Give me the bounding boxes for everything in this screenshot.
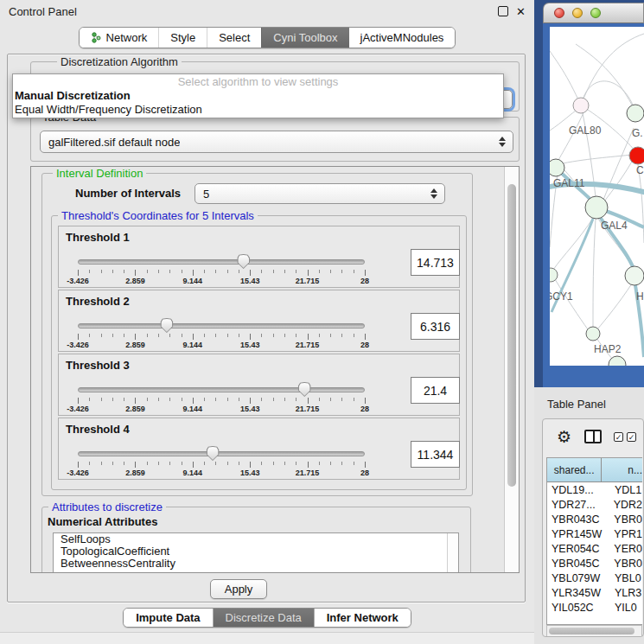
- network-edge[interactable]: [604, 156, 634, 201]
- tab-infer-network[interactable]: Infer Network: [314, 609, 411, 627]
- number-of-intervals-combobox[interactable]: 5: [194, 183, 445, 204]
- float-window-icon[interactable]: [498, 6, 508, 16]
- scrollbar-thumb[interactable]: [448, 533, 455, 570]
- split-columns-icon[interactable]: [584, 430, 602, 443]
- scrollbar-thumb[interactable]: [549, 628, 634, 634]
- network-edge[interactable]: [593, 219, 596, 327]
- table-cell[interactable]: YBL079W: [547, 571, 611, 585]
- tab-label: Cyni Toolbox: [273, 31, 337, 44]
- numerical-attributes-list[interactable]: SelfLoopsTopologicalCoefficientBetweenne…: [53, 532, 459, 573]
- table-row[interactable]: YPR145WYPR1: [547, 526, 642, 541]
- table-row[interactable]: YDR27...YDR2: [547, 497, 642, 512]
- threshold-value-field[interactable]: 14.713: [411, 249, 460, 276]
- threshold-value-field[interactable]: 6.316: [411, 313, 460, 340]
- minimize-traffic-light-icon[interactable]: [572, 8, 583, 18]
- tab-discretize-data[interactable]: Discretize Data: [213, 609, 314, 627]
- table-cell[interactable]: YDR2: [610, 497, 642, 512]
- tab-select[interactable]: Select: [207, 28, 261, 48]
- network-canvas[interactable]: GAL80G.CGAL11GAL4GCY1HHAP2: [550, 27, 644, 366]
- tab-impute-data[interactable]: Impute Data: [124, 609, 212, 627]
- table-cell[interactable]: YDR27...: [547, 497, 610, 512]
- threshold-slider[interactable]: [78, 255, 365, 269]
- table-cell[interactable]: YIL052C: [547, 600, 611, 615]
- threshold-slider[interactable]: [78, 447, 365, 461]
- tab-network[interactable]: Network: [80, 28, 159, 48]
- threshold-slider[interactable]: [78, 319, 365, 333]
- network-node-label: GAL80: [569, 124, 602, 137]
- slider-track[interactable]: [78, 451, 365, 456]
- slider-track[interactable]: [78, 259, 365, 265]
- table-cell[interactable]: YBR0: [610, 556, 642, 571]
- network-node[interactable]: [550, 159, 564, 176]
- zoom-traffic-light-icon[interactable]: [590, 8, 601, 18]
- table-cell[interactable]: YDL1: [611, 482, 642, 497]
- close-traffic-light-icon[interactable]: [554, 8, 564, 18]
- horizontal-scrollbar[interactable]: [546, 625, 642, 636]
- dropdown-item-equal-width[interactable]: Equal Width/Frequency Discretization: [13, 103, 503, 117]
- table-cell[interactable]: YBR043C: [547, 512, 610, 526]
- network-edge[interactable]: [550, 51, 581, 105]
- list-item[interactable]: TopologicalCoefficient: [54, 545, 458, 558]
- network-node[interactable]: [625, 266, 644, 285]
- network-edge[interactable]: [638, 165, 644, 243]
- list-item[interactable]: SelfLoops: [54, 533, 458, 545]
- scrollbar-thumb[interactable]: [507, 184, 516, 487]
- table-row[interactable]: YBL079WYBL0: [547, 571, 642, 585]
- network-node[interactable]: [585, 196, 608, 219]
- table-cell[interactable]: YBL0: [611, 571, 642, 585]
- tab-style[interactable]: Style: [158, 28, 207, 48]
- table-cell[interactable]: YLR3: [611, 585, 642, 600]
- table-cell[interactable]: YPR1: [610, 526, 642, 541]
- slider-thumb[interactable]: [160, 318, 173, 333]
- table-cell[interactable]: YLR345W: [547, 585, 611, 600]
- slider-track[interactable]: [78, 387, 365, 392]
- checkbox-icon[interactable]: ✓: [614, 432, 623, 442]
- threshold-slider[interactable]: [78, 383, 365, 397]
- table-cell[interactable]: YER0: [610, 541, 642, 556]
- table-cell[interactable]: YBR0: [610, 512, 642, 526]
- table-cell[interactable]: YIL0: [611, 600, 642, 615]
- network-edge[interactable]: [553, 218, 593, 270]
- list-item[interactable]: BetweennessCentrality: [54, 558, 458, 570]
- apply-button[interactable]: Apply: [210, 579, 267, 599]
- network-node[interactable]: [586, 327, 600, 341]
- column-header-name[interactable]: n...: [602, 458, 642, 481]
- slider-thumb[interactable]: [207, 446, 220, 461]
- close-icon[interactable]: ✕: [516, 6, 526, 17]
- checkbox-icon[interactable]: ✓: [627, 432, 636, 442]
- group-title: Threshold's Coordinates for 5 Intervals: [58, 209, 258, 222]
- slider-thumb[interactable]: [237, 254, 250, 269]
- slider-track[interactable]: [78, 323, 365, 328]
- table-cell[interactable]: YBR045C: [547, 556, 610, 571]
- network-edge[interactable]: [555, 279, 588, 329]
- tab-cyni-toolbox[interactable]: Cyni Toolbox: [261, 28, 348, 48]
- list-scrollbar[interactable]: [447, 533, 458, 573]
- gear-icon[interactable]: ⚙: [557, 429, 571, 445]
- table-cell[interactable]: YER054C: [547, 541, 610, 556]
- network-node[interactable]: [627, 105, 644, 122]
- table-row[interactable]: YDL19...YDL1: [547, 482, 642, 497]
- dropdown-item-manual[interactable]: Manual Discretization: [13, 89, 503, 103]
- network-node[interactable]: [629, 147, 644, 164]
- network-edge[interactable]: [597, 284, 632, 329]
- column-header-shared-name[interactable]: shared...: [547, 458, 602, 481]
- table-row[interactable]: YBR045CYBR0: [547, 556, 642, 571]
- network-edge[interactable]: [581, 34, 644, 105]
- table-row[interactable]: YLR345WYLR3: [547, 585, 642, 600]
- table-row[interactable]: YBR043CYBR0: [547, 512, 642, 526]
- threshold-value-field[interactable]: 11.344: [411, 441, 460, 468]
- tab-jactivemnodules[interactable]: jActiveMNodules: [349, 28, 456, 48]
- vertical-scrollbar[interactable]: [504, 167, 519, 572]
- table-cell[interactable]: YPR145W: [547, 526, 610, 541]
- network-node[interactable]: [550, 268, 558, 282]
- table-row[interactable]: YIL052CYIL0: [547, 600, 642, 615]
- network-view-window[interactable]: GAL80G.CGAL11GAL4GCY1HHAP2: [543, 3, 644, 387]
- table-row[interactable]: YER054CYER0: [547, 541, 642, 556]
- network-node[interactable]: [573, 98, 589, 113]
- tick-mark: [169, 398, 170, 401]
- table-cell[interactable]: YDL19...: [547, 482, 611, 497]
- network-window-titlebar[interactable]: [543, 3, 644, 23]
- threshold-value-field[interactable]: 21.4: [411, 377, 460, 404]
- slider-thumb[interactable]: [298, 382, 311, 397]
- table-data-combobox[interactable]: galFiltered.sif default node: [40, 131, 513, 153]
